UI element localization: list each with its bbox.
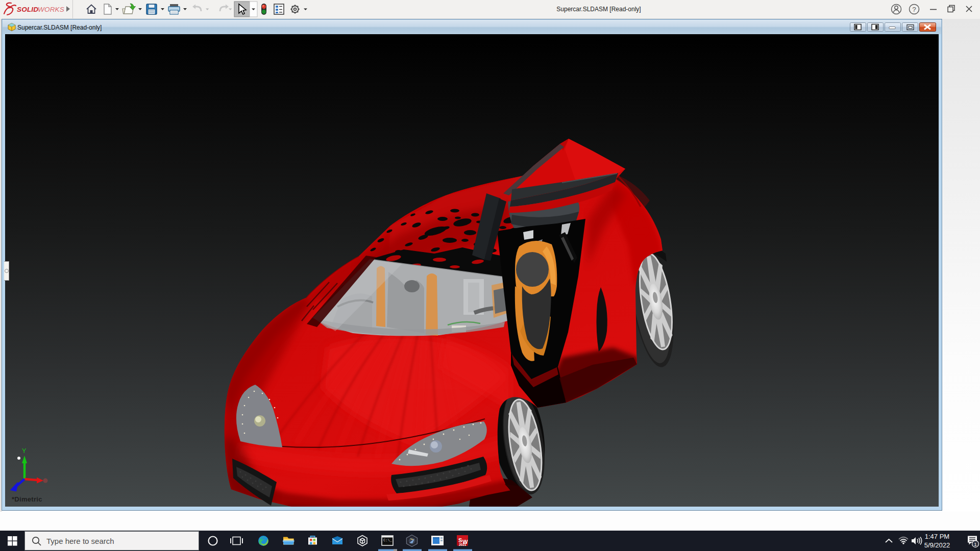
- svg-text:?: ?: [912, 6, 916, 13]
- svg-text:C:\_: C:\_: [383, 538, 393, 542]
- svg-text:2021: 2021: [459, 543, 467, 546]
- svg-text:1: 1: [974, 541, 976, 547]
- svg-text:SOLID: SOLID: [17, 6, 38, 13]
- svg-text:WORKS: WORKS: [38, 6, 64, 13]
- svg-text:5/9/2022: 5/9/2022: [924, 541, 950, 549]
- svg-text:1:47 PM: 1:47 PM: [925, 533, 949, 540]
- svg-text:Y: Y: [22, 447, 27, 455]
